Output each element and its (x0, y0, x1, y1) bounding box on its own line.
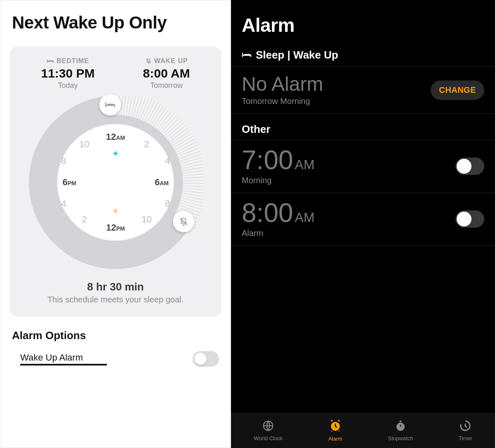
alarm-title: Alarm (231, 0, 495, 40)
dial-hour-4l: 4 (61, 198, 66, 209)
alarm-label: Alarm (242, 229, 315, 238)
alarm-clock-icon (329, 419, 342, 434)
alarm-time: 7:00AM (242, 147, 315, 173)
wakeup-day: Tomorrow (143, 81, 190, 90)
timer-icon (459, 420, 471, 434)
sparkle-icon: ✦ (112, 149, 119, 159)
globe-icon (262, 420, 274, 434)
dial-hour-12am: 12AM (106, 132, 125, 142)
alarm-row[interactable]: 8:00AM Alarm (231, 193, 495, 246)
tab-bar: World Clock Alarm Stopwatch Timer (231, 413, 495, 448)
dial-hour-2: 2 (144, 139, 149, 150)
dial-hour-8: 8 (165, 198, 170, 209)
tab-world-clock[interactable]: World Clock (254, 420, 283, 441)
wakeup-label: WAKE UP (143, 57, 190, 65)
sleep-schedule-panel: Next Wake Up Only BEDTIME 11:30 PM Today (0, 0, 231, 448)
dial-hour-10: 10 (141, 214, 151, 225)
bedtime-time: 11:30 PM (41, 66, 95, 80)
wakeup-handle[interactable] (173, 211, 194, 232)
dial-hour-8l: 8 (61, 156, 66, 166)
dial-hour-10l: 10 (79, 139, 89, 150)
alarm-row[interactable]: 7:00AM Morning (231, 140, 495, 193)
dial-hour-2l: 2 (82, 214, 87, 225)
bedtime-label: BEDTIME (41, 57, 95, 65)
alarm-toggle[interactable] (455, 210, 484, 228)
alarm-app-panel: Alarm Sleep | Wake Up No Alarm Tomorrow … (231, 0, 495, 448)
bell-slash-icon (145, 58, 152, 64)
wake-up-alarm-toggle[interactable] (193, 351, 219, 367)
dial-hour-6am: 6AM (155, 177, 169, 188)
alarm-options-header: Alarm Options (0, 317, 231, 346)
schedule-summary: BEDTIME 11:30 PM Today WAKE UP 8:00 AM T… (17, 57, 214, 90)
sleep-wake-section-header: Sleep | Wake Up (231, 40, 495, 66)
sleep-dial[interactable]: 12AM 2 4 6AM 8 10 12PM 2 4 6PM 8 10 ✦ ☀ (29, 96, 202, 269)
bedtime-day: Today (41, 81, 95, 90)
tab-timer[interactable]: Timer (459, 420, 472, 441)
bed-icon (242, 49, 252, 61)
svg-rect-3 (399, 420, 401, 422)
dial-hour-4: 4 (165, 156, 170, 166)
dial-hour-6pm: 6PM (62, 177, 76, 188)
no-alarm-sub: Tomorrow Morning (242, 97, 323, 106)
bedtime-column: BEDTIME 11:30 PM Today (41, 57, 95, 90)
duration-block: 8 hr 30 min This schedule meets your sle… (17, 281, 214, 304)
wake-up-alarm-label: Wake Up Alarm (20, 352, 107, 365)
tab-alarm[interactable]: Alarm (328, 419, 342, 442)
duration-text: 8 hr 30 min (17, 281, 214, 293)
wake-up-alarm-row: Wake Up Alarm (0, 346, 231, 375)
alarm-toggle[interactable] (455, 158, 484, 175)
page-title: Next Wake Up Only (0, 0, 231, 37)
schedule-card: BEDTIME 11:30 PM Today WAKE UP 8:00 AM T… (9, 47, 222, 317)
wakeup-time: 8:00 AM (143, 66, 190, 80)
dial-hour-12pm: 12PM (106, 222, 125, 233)
stopwatch-icon (394, 420, 407, 434)
bedtime-handle[interactable] (99, 94, 121, 116)
bed-icon (47, 58, 54, 64)
other-section-header: Other (231, 114, 495, 140)
wakeup-column: WAKE UP 8:00 AM Tomorrow (143, 57, 190, 90)
alarm-time: 8:00AM (242, 200, 315, 226)
duration-note: This schedule meets your sleep goal. (17, 295, 214, 304)
tab-stopwatch[interactable]: Stopwatch (388, 420, 413, 441)
sleep-alarm-row: No Alarm Tomorrow Morning CHANGE (231, 67, 495, 113)
alarm-label: Morning (242, 176, 315, 185)
change-button[interactable]: CHANGE (431, 80, 484, 100)
sun-icon: ☀ (112, 206, 119, 216)
no-alarm-text: No Alarm (242, 74, 323, 94)
